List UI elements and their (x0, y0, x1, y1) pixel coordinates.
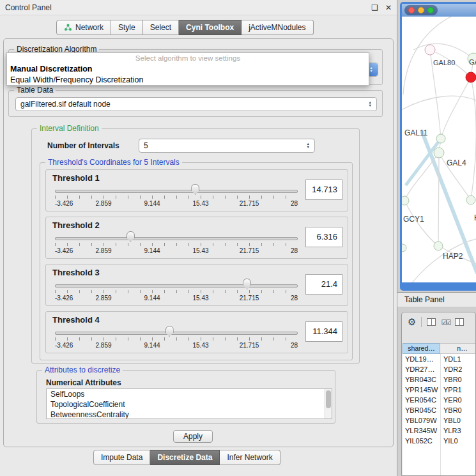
cell-name[interactable]: YDR2 (440, 364, 462, 374)
cell-shared-name[interactable]: YDL19… (403, 354, 440, 364)
scrollbar-thumb[interactable] (326, 390, 331, 408)
tab-select[interactable]: Select (143, 20, 179, 35)
cell-name[interactable]: YIL0 (440, 436, 458, 446)
close-traffic-light-icon[interactable] (408, 7, 415, 13)
scale-tick-label: -3.426 (55, 295, 73, 302)
dropdown-option-equal-width[interactable]: Equal Width/Frequency Discretization (7, 75, 369, 86)
network-node[interactable] (434, 148, 444, 158)
list-scrollbar[interactable] (325, 389, 332, 418)
scale-tick-label: -3.426 (55, 247, 73, 254)
slider-scale: -3.426 2.859 9.144 15.43 21.715 28 (55, 295, 298, 302)
table-row[interactable]: YBL079WYBL0 (403, 415, 475, 426)
network-node[interactable] (402, 196, 409, 205)
cell-shared-name[interactable]: YIL052C (403, 436, 440, 446)
cell-shared-name[interactable]: YER054C (403, 395, 440, 405)
tab-style[interactable]: Style (111, 20, 143, 35)
scale-tick-label: 15.43 (192, 295, 208, 302)
network-canvas[interactable]: GAL80 GA GAL11 GAL4 GCY1 HAP2 H (402, 17, 476, 282)
tab-network[interactable]: Network (56, 20, 111, 35)
scale-tick-label: 9.144 (144, 200, 160, 207)
cell-name[interactable]: YER0 (440, 395, 462, 405)
scale-tick-label: 15.43 (192, 342, 208, 349)
table-data-combobox[interactable]: galFiltered.sif default node ▲ ▼ (15, 97, 377, 111)
slider-thumb[interactable] (191, 184, 199, 195)
network-window-titlebar[interactable] (402, 4, 476, 17)
tab-infer-network[interactable]: Infer Network (220, 450, 280, 465)
scale-tick-label: 21.715 (240, 295, 259, 302)
cell-name[interactable]: YBR0 (440, 374, 462, 385)
threshold-value-field[interactable]: 14.713 (305, 180, 342, 200)
list-item[interactable]: SelfLoops (47, 389, 332, 399)
slider-track[interactable] (55, 332, 298, 335)
network-node[interactable] (436, 134, 445, 143)
gear-icon[interactable]: ⚙ (408, 316, 416, 328)
arrow-down-icon: ▼ (369, 104, 372, 107)
number-of-intervals-combobox[interactable]: 5 ▲ ▼ (139, 139, 315, 153)
cell-name[interactable]: YPR1 (440, 385, 462, 395)
zoom-traffic-light-icon[interactable] (427, 7, 434, 13)
table-row[interactable]: YPR145WYPR1 (403, 385, 475, 395)
close-icon[interactable]: ✕ (385, 3, 392, 12)
cell-name[interactable]: YLR3 (440, 426, 461, 436)
slider-thumb[interactable] (127, 231, 135, 242)
threshold-row: Threshold 1 -3.426 2.859 9.144 15.43 21.… (45, 169, 348, 211)
tab-cyni-toolbox[interactable]: Cyni Toolbox (179, 20, 242, 35)
tab-jactivemodules-label: jActiveMNodules (249, 23, 305, 32)
column-header-name[interactable]: n… (440, 343, 476, 354)
tab-impute-data[interactable]: Impute Data (93, 450, 150, 465)
attributes-list[interactable]: SelfLoops TopologicalCoefficient Between… (46, 388, 332, 419)
table-row[interactable]: YLR345WYLR3 (403, 426, 475, 436)
cyni-toolbox-panel: Discretization Algorithm ▲ ▼ Table Data … (3, 38, 394, 447)
tab-jactivemodules[interactable]: jActiveMNodules (242, 20, 313, 35)
table-row[interactable]: YIL052CYIL0 (403, 436, 475, 446)
network-node[interactable] (402, 244, 406, 252)
threshold-slider[interactable]: -3.426 2.859 9.144 15.43 21.715 28 (55, 312, 298, 354)
cell-shared-name[interactable]: YLR345W (403, 426, 440, 436)
network-node[interactable] (466, 196, 475, 204)
dropdown-option-manual[interactable]: Manual Discretization (7, 64, 369, 75)
cell-name[interactable]: YBR0 (440, 405, 462, 415)
cell-shared-name[interactable]: YBR045C (403, 405, 440, 415)
table-row[interactable]: YER054CYER0 (403, 395, 475, 405)
columns-icon[interactable] (427, 318, 436, 326)
table-row[interactable]: YBR045CYBR0 (403, 405, 475, 415)
table-header-row: shared… n… (403, 343, 476, 354)
cell-name[interactable]: YBL0 (440, 415, 461, 426)
attributes-group: Attributes to discretize Numerical Attri… (36, 370, 335, 424)
threshold-slider[interactable]: -3.426 2.859 9.144 15.43 21.715 28 (55, 217, 298, 259)
list-item[interactable]: TopologicalCoefficient (47, 399, 332, 410)
threshold-slider[interactable]: -3.426 2.859 9.144 15.43 21.715 28 (55, 265, 298, 307)
apply-button[interactable]: Apply (173, 430, 213, 443)
tab-network-label: Network (75, 23, 104, 32)
table-mode-icon[interactable] (455, 318, 464, 326)
slider-track[interactable] (55, 237, 298, 240)
slider-scale: -3.426 2.859 9.144 15.43 21.715 28 (55, 200, 298, 208)
selected-network-node[interactable] (466, 72, 476, 82)
threshold-value-field[interactable]: 6.316 (305, 227, 342, 247)
table-row[interactable]: YBR043CYBR0 (403, 374, 475, 385)
threshold-value-field[interactable]: 11.344 (305, 321, 342, 342)
threshold-value-field[interactable]: 21.4 (305, 274, 342, 295)
cell-shared-name[interactable]: YPR145W (403, 385, 440, 395)
list-item[interactable]: BetweennessCentrality (47, 410, 332, 419)
select-all-checkboxes-icon[interactable]: ☑☑ (441, 319, 450, 326)
float-window-icon[interactable]: ❑ (371, 3, 378, 12)
network-node[interactable] (425, 45, 435, 55)
slider-track[interactable] (55, 284, 298, 288)
threshold-slider[interactable]: -3.426 2.859 9.144 15.43 21.715 28 (55, 170, 298, 212)
slider-thumb[interactable] (165, 326, 174, 337)
slider-thumb[interactable] (243, 279, 251, 289)
cell-shared-name[interactable]: YBL079W (403, 415, 440, 426)
tab-discretize-data[interactable]: Discretize Data (150, 450, 220, 465)
cell-shared-name[interactable]: YBR043C (403, 374, 440, 385)
top-tab-bar: Network Style Select Cyni Toolbox jActiv… (56, 20, 314, 35)
cell-name[interactable]: YDL1 (440, 354, 461, 364)
slider-ticks (55, 337, 298, 341)
network-node[interactable] (434, 242, 443, 250)
table-row[interactable]: YDL19…YDL1 (403, 354, 475, 364)
column-header-shared-name[interactable]: shared… (403, 343, 440, 354)
minimize-traffic-light-icon[interactable] (418, 7, 424, 13)
table-row[interactable]: YDR27…YDR2 (403, 364, 475, 374)
slider-track[interactable] (55, 190, 298, 193)
cell-shared-name[interactable]: YDR27… (403, 364, 440, 374)
